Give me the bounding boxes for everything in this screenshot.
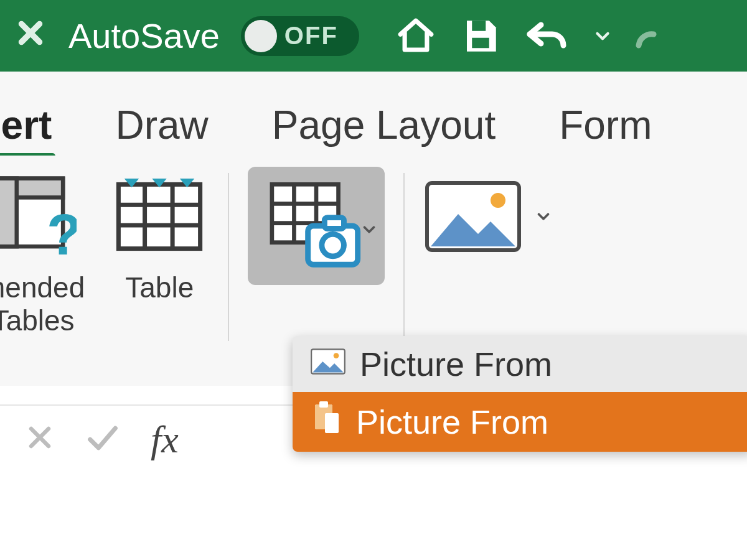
- toggle-state: OFF: [284, 22, 338, 50]
- svg-rect-4: [0, 179, 17, 246]
- data-from-picture-dropdown: Picture From Picture From: [293, 336, 747, 452]
- menu-picture-from-file[interactable]: Picture From: [293, 336, 747, 392]
- svg-rect-17: [325, 218, 344, 229]
- cancel-icon[interactable]: [25, 418, 55, 461]
- tab-insert[interactable]: sert: [0, 100, 55, 156]
- svg-point-22: [334, 353, 339, 358]
- chevron-down-icon: [534, 201, 553, 232]
- recommended-label: mended Tables: [0, 271, 85, 337]
- menu-label: Picture From: [360, 345, 552, 383]
- autosave-toggle[interactable]: OFF: [241, 16, 359, 56]
- redo-icon-partial[interactable]: [636, 17, 660, 55]
- chevron-down-icon: [360, 214, 378, 245]
- undo-dropdown-icon[interactable]: [592, 26, 613, 47]
- pictures-button[interactable]: [423, 167, 553, 266]
- group-pictures: [405, 167, 571, 266]
- svg-rect-0: [472, 21, 486, 31]
- table-label: Table: [125, 271, 194, 304]
- svg-text:?: ?: [47, 203, 77, 260]
- recommended-pivottables-button[interactable]: ? mended Tables: [0, 167, 85, 337]
- data-from-picture-button[interactable]: [248, 167, 385, 285]
- data-from-picture-icon: [248, 167, 385, 285]
- ribbon-tabs: sert Draw Page Layout Form: [0, 72, 747, 156]
- table-icon: [110, 167, 209, 266]
- fx-label[interactable]: fx: [151, 418, 179, 462]
- menu-label: Picture From: [356, 403, 548, 441]
- group-tables: ? mended Tables: [0, 167, 228, 337]
- home-icon[interactable]: [394, 16, 438, 57]
- svg-rect-25: [319, 401, 328, 408]
- close-icon[interactable]: [15, 14, 46, 57]
- ribbon: ? mended Tables: [0, 156, 747, 386]
- autosave-label: AutoSave: [68, 16, 220, 56]
- quick-access-toolbar: [394, 16, 660, 57]
- undo-icon[interactable]: [524, 17, 570, 55]
- save-icon[interactable]: [460, 16, 501, 57]
- tab-page-layout[interactable]: Page Layout: [268, 100, 499, 156]
- svg-rect-26: [325, 413, 339, 433]
- enter-icon[interactable]: [86, 418, 120, 461]
- toggle-knob: [245, 20, 277, 52]
- picture-icon: [423, 167, 523, 266]
- clipboard-icon: [310, 401, 342, 443]
- table-button[interactable]: Table: [110, 167, 209, 304]
- tab-draw[interactable]: Draw: [111, 100, 212, 156]
- title-bar: AutoSave OFF: [0, 0, 747, 72]
- menu-picture-from-clipboard[interactable]: Picture From: [293, 392, 747, 452]
- tab-formulas[interactable]: Form: [555, 100, 655, 156]
- group-illustrations: [229, 167, 403, 285]
- svg-rect-6: [119, 184, 200, 248]
- svg-rect-1: [472, 37, 489, 48]
- svg-point-20: [491, 193, 505, 208]
- picture-icon: [310, 345, 346, 383]
- pivot-question-icon: ?: [0, 167, 83, 266]
